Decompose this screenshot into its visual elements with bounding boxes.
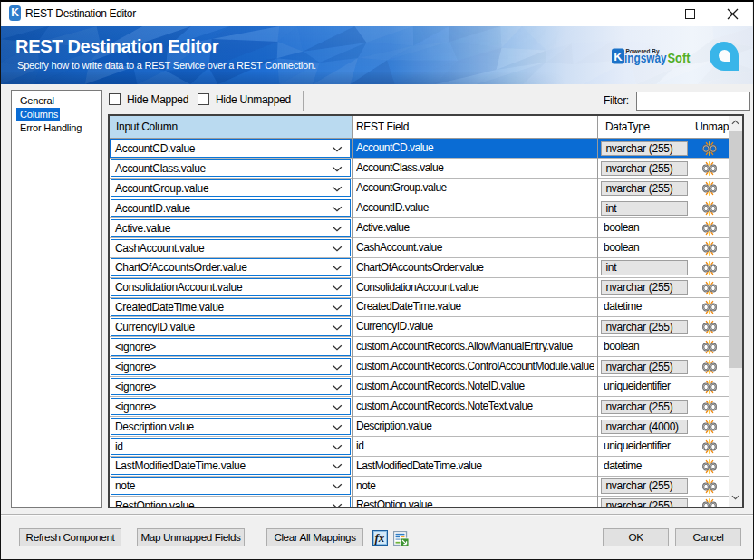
svg-text:K: K [614, 50, 623, 63]
svg-text:fx: fx [375, 531, 385, 545]
svg-text:Soft: Soft [668, 51, 691, 65]
svg-text:ingsway: ingsway [624, 51, 667, 65]
